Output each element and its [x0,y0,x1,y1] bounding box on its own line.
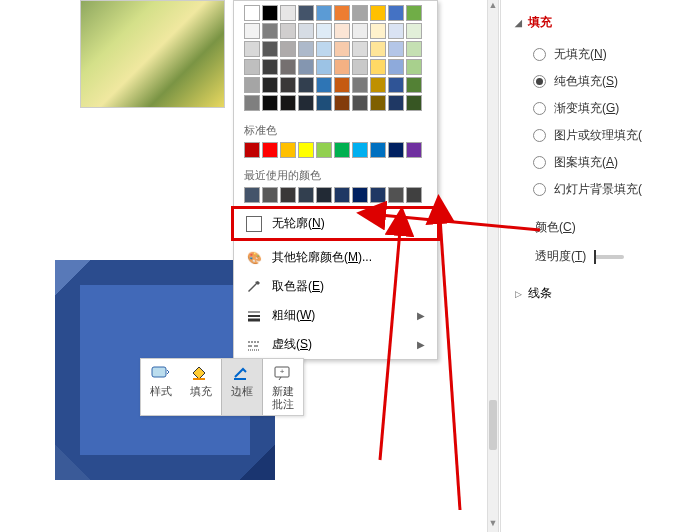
picture-fill-radio[interactable]: 图片或纹理填充( [533,122,682,149]
color-swatch[interactable] [262,187,278,203]
gradient-fill-radio[interactable]: 渐变填充(G) [533,95,682,122]
solid-fill-radio[interactable]: 纯色填充(S) [533,68,682,95]
color-swatch[interactable] [388,59,404,75]
color-swatch[interactable] [352,95,368,111]
color-swatch[interactable] [244,5,260,21]
color-swatch[interactable] [280,95,296,111]
color-swatch[interactable] [316,5,332,21]
color-swatch[interactable] [388,77,404,93]
dashes-item[interactable]: 虚线(S) ▶ [234,330,437,359]
color-swatch[interactable] [352,77,368,93]
no-fill-radio[interactable]: 无填充(N) [533,41,682,68]
color-swatch[interactable] [280,142,296,158]
color-swatch[interactable] [406,142,422,158]
color-swatch[interactable] [334,5,350,21]
color-swatch[interactable] [334,187,350,203]
fill-section-title[interactable]: ◢ 填充 [501,10,682,35]
color-swatch[interactable] [298,5,314,21]
color-swatch[interactable] [262,95,278,111]
color-swatch[interactable] [370,95,386,111]
scrollbar[interactable]: ▲ ▼ [487,0,499,532]
no-outline-item[interactable]: 无轮廓(N) [231,206,440,241]
color-swatch[interactable] [406,95,422,111]
color-swatch[interactable] [262,142,278,158]
color-swatch[interactable] [388,187,404,203]
color-swatch[interactable] [244,77,260,93]
scroll-down-icon[interactable]: ▼ [488,518,498,532]
color-swatch[interactable] [244,23,260,39]
color-swatch[interactable] [280,41,296,57]
color-swatch[interactable] [316,41,332,57]
color-swatch[interactable] [244,41,260,57]
color-swatch[interactable] [244,59,260,75]
color-swatch[interactable] [352,187,368,203]
color-swatch[interactable] [352,142,368,158]
color-swatch[interactable] [352,59,368,75]
eyedropper-item[interactable]: 取色器(E) [234,272,437,301]
color-swatch[interactable] [262,77,278,93]
color-swatch[interactable] [334,41,350,57]
color-swatch[interactable] [298,59,314,75]
color-swatch[interactable] [334,142,350,158]
color-swatch[interactable] [262,5,278,21]
color-swatch[interactable] [298,41,314,57]
color-swatch[interactable] [298,95,314,111]
border-button[interactable]: 边框 [221,359,263,415]
color-swatch[interactable] [298,77,314,93]
color-swatch[interactable] [406,41,422,57]
color-swatch[interactable] [370,59,386,75]
color-swatch[interactable] [334,59,350,75]
color-swatch[interactable] [334,77,350,93]
color-swatch[interactable] [352,23,368,39]
transparency-slider[interactable] [594,255,624,259]
color-swatch[interactable] [244,142,260,158]
color-swatch[interactable] [406,77,422,93]
color-swatch[interactable] [280,187,296,203]
color-swatch[interactable] [298,142,314,158]
color-swatch[interactable] [406,5,422,21]
color-swatch[interactable] [298,187,314,203]
color-swatch[interactable] [370,5,386,21]
color-swatch[interactable] [316,23,332,39]
slide-bg-fill-radio[interactable]: 幻灯片背景填充( [533,176,682,203]
color-swatch[interactable] [316,142,332,158]
comment-button[interactable]: + 新建 批注 [263,359,303,415]
color-swatch[interactable] [406,59,422,75]
color-swatch[interactable] [406,187,422,203]
color-swatch[interactable] [316,187,332,203]
scroll-up-icon[interactable]: ▲ [488,0,498,14]
color-swatch[interactable] [370,187,386,203]
color-swatch[interactable] [280,23,296,39]
color-swatch[interactable] [298,23,314,39]
color-swatch[interactable] [316,59,332,75]
color-swatch[interactable] [334,95,350,111]
color-swatch[interactable] [388,41,404,57]
pattern-fill-radio[interactable]: 图案填充(A) [533,149,682,176]
color-swatch[interactable] [388,23,404,39]
line-section-title[interactable]: ▷ 线条 [501,281,682,306]
color-swatch[interactable] [244,187,260,203]
color-swatch[interactable] [388,95,404,111]
scroll-thumb[interactable] [489,400,497,450]
transparency-row[interactable]: 透明度(T) [501,242,682,271]
color-swatch[interactable] [262,59,278,75]
color-swatch[interactable] [406,23,422,39]
more-colors-item[interactable]: 🎨 其他轮廓颜色(M)... [234,243,437,272]
color-swatch[interactable] [334,23,350,39]
color-swatch[interactable] [370,41,386,57]
color-swatch[interactable] [352,41,368,57]
color-swatch[interactable] [244,95,260,111]
color-swatch[interactable] [280,77,296,93]
fill-button[interactable]: 填充 [181,359,221,415]
color-swatch[interactable] [352,5,368,21]
color-swatch[interactable] [370,142,386,158]
color-swatch[interactable] [388,142,404,158]
color-swatch[interactable] [262,41,278,57]
style-button[interactable]: 样式 [141,359,181,415]
color-swatch[interactable] [280,5,296,21]
color-row[interactable]: 颜色(C) [501,213,682,242]
color-swatch[interactable] [370,77,386,93]
color-swatch[interactable] [388,5,404,21]
color-swatch[interactable] [316,95,332,111]
color-swatch[interactable] [262,23,278,39]
